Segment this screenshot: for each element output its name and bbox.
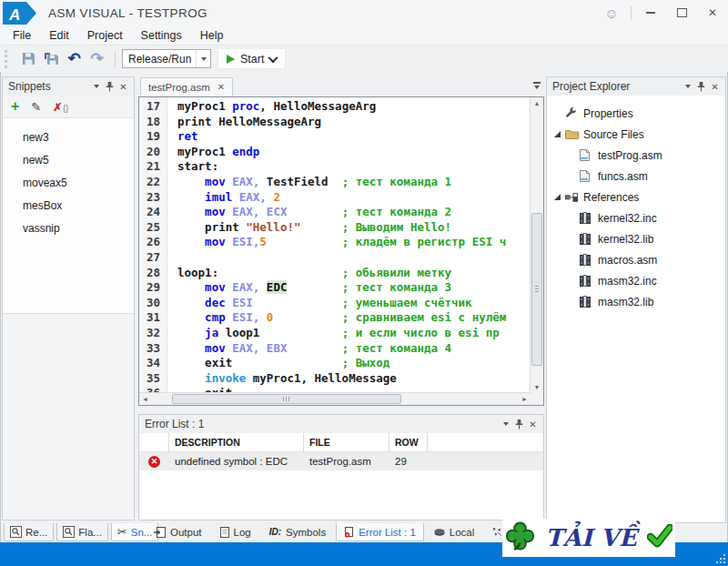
snippet-item-new5[interactable]: new5 <box>3 148 134 171</box>
column-header-filler <box>428 433 543 451</box>
column-header-row[interactable]: ROW <box>389 433 428 451</box>
close-icon[interactable]: ✕ <box>526 418 540 430</box>
tree-item-properties[interactable]: Properties <box>547 103 725 124</box>
tree-item-testprog-asm[interactable]: asmtestProg.asm <box>547 145 725 166</box>
line-number: 25 <box>139 220 167 236</box>
horizontal-scrollbar[interactable]: ◄ ► <box>139 392 531 405</box>
menu-project[interactable]: Project <box>78 29 132 42</box>
start-button[interactable]: Start <box>217 48 286 69</box>
chevron-down-icon[interactable] <box>681 80 694 93</box>
horizontal-scroll-thumb[interactable] <box>172 394 401 404</box>
chevron-down-icon[interactable] <box>89 80 103 93</box>
tab-re[interactable]: Re... <box>4 523 54 541</box>
save-all-button[interactable] <box>40 49 63 69</box>
save-icon <box>22 52 35 66</box>
tab-log[interactable]: Log <box>212 523 259 541</box>
close-tab-icon[interactable]: ✕ <box>217 82 225 92</box>
tree-item-funcs-asm[interactable]: asmfuncs.asm <box>547 166 725 187</box>
minimize-button[interactable] <box>635 2 666 24</box>
tree-item-label: masm32.lib <box>598 296 653 308</box>
close-icon[interactable]: ✕ <box>708 80 722 93</box>
redo-icon: ↷ <box>90 51 103 66</box>
code-area[interactable]: 17myProc1 proc, HelloMessageArg18print H… <box>139 97 531 393</box>
maximize-button[interactable] <box>666 2 697 24</box>
scroll-up-icon[interactable]: ▲ <box>531 97 543 109</box>
smiley-icon[interactable]: ☺ <box>596 2 627 24</box>
tree-arrow-slot <box>567 212 580 225</box>
code-line: 24 mov EAX, ECX ; тест команда 2 <box>139 205 531 220</box>
line-number: 21 <box>139 159 167 175</box>
save-button[interactable] <box>17 49 40 69</box>
snippet-item-mesbox[interactable]: mesBox <box>3 194 134 217</box>
tab-symbols[interactable]: ID:Symbols <box>261 523 334 541</box>
close-button[interactable]: ✕ <box>697 2 728 24</box>
chevron-down-icon[interactable] <box>499 418 512 430</box>
code-text: ja loop1 ; и если число в esi пр <box>167 326 500 341</box>
tab-overflow-icon[interactable] <box>533 82 541 89</box>
expanded-arrow-icon[interactable] <box>552 128 565 141</box>
tree-item-macros-asm[interactable]: macros.asm <box>547 249 725 270</box>
redo-button[interactable]: ↷ <box>86 49 108 69</box>
column-header-description[interactable]: DESCRIPTION <box>169 433 304 451</box>
vertical-scroll-thumb[interactable] <box>531 213 542 366</box>
tree-item-masm32-lib[interactable]: masm32.lib <box>547 291 725 312</box>
tree-item-source-files[interactable]: Source Files <box>547 124 725 145</box>
tab-output[interactable]: Output <box>146 523 210 541</box>
toolbar-grip[interactable] <box>5 50 10 68</box>
menu-settings[interactable]: Settings <box>132 29 191 42</box>
app-window: A ASM VISUAL - TESTPROG ☺ ✕ File Edit Pr… <box>0 0 728 566</box>
code-editor[interactable]: 17myProc1 proc, HelloMessageArg18print H… <box>138 96 544 406</box>
pencil-icon: ✎ <box>31 100 41 114</box>
expanded-arrow-icon[interactable] <box>552 191 565 204</box>
pin-icon[interactable] <box>103 80 116 93</box>
tree-item-references[interactable]: References <box>547 187 725 207</box>
snippet-item-vassnip[interactable]: vassnip <box>3 217 134 239</box>
error-file: testProg.asm <box>304 452 389 470</box>
tab-local[interactable]: Local <box>426 523 483 541</box>
references-icon <box>565 193 581 202</box>
code-text: mov EAX, ECX ; тест команда 2 <box>167 205 451 220</box>
close-icon[interactable]: ✕ <box>116 80 130 93</box>
scroll-left-icon[interactable]: ◄ <box>139 393 151 405</box>
scroll-right-icon[interactable]: ► <box>519 393 531 405</box>
code-text: dec ESI ; уменьшаем счётчик <box>167 296 472 311</box>
pin-icon[interactable] <box>694 80 708 93</box>
snippet-item-moveax5[interactable]: moveax5 <box>3 171 134 194</box>
menu-edit[interactable]: Edit <box>40 29 78 42</box>
column-header-file[interactable]: FILE <box>304 433 389 451</box>
tree-arrow-slot <box>567 296 580 308</box>
local-icon <box>434 528 445 537</box>
tree-item-kernel32-lib[interactable]: kernel32.lib <box>547 228 725 249</box>
delete-snippet-button[interactable]: ✗{} <box>53 98 68 115</box>
menu-help[interactable]: Help <box>191 29 233 42</box>
tree-item-label: macros.asm <box>598 254 657 267</box>
pin-icon[interactable] <box>512 418 526 430</box>
error-row[interactable]: ✕undefined symbol : EDCtestProg.asm29 <box>139 452 543 470</box>
tab-testprog-asm[interactable]: testProg.asm ✕ <box>140 77 233 96</box>
tab-error-list-1[interactable]: Error List : 1 <box>336 523 424 541</box>
line-number: 30 <box>139 296 167 311</box>
edit-snippet-button[interactable]: ✎ <box>31 98 41 115</box>
line-number: 18 <box>139 115 167 130</box>
code-line: 33 mov EAX, EBX ; тест команда 4 <box>139 341 531 357</box>
vertical-scrollbar[interactable]: ▲ ▼ <box>530 97 543 393</box>
tree-item-kernel32-inc[interactable]: kernel32.inc <box>547 207 725 228</box>
error-table-header: DESCRIPTIONFILEROW <box>139 433 543 452</box>
undo-button[interactable]: ↶ <box>63 49 86 69</box>
code-line: 27 <box>139 250 531 266</box>
tab-fla[interactable]: Fla... <box>56 523 108 541</box>
add-snippet-button[interactable]: + <box>11 98 19 115</box>
line-number: 26 <box>139 235 167 250</box>
error-list-header: Error List : 1 ✕ <box>139 415 543 433</box>
svg-text:A: A <box>8 5 20 23</box>
build-config-dropdown[interactable]: Release/Run <box>122 49 211 68</box>
menu-file[interactable]: File <box>4 29 40 42</box>
chevron-down-icon[interactable] <box>268 52 278 62</box>
chevron-down-icon[interactable] <box>196 50 210 67</box>
tree-arrow-slot <box>567 233 580 246</box>
resize-grip-icon[interactable] <box>715 553 726 564</box>
code-text: mov EAX, TestField ; тест команда 1 <box>167 175 451 190</box>
snippet-item-new3[interactable]: new3 <box>3 126 134 148</box>
tree-item-masm32-inc[interactable]: masm32.inc <box>547 270 725 291</box>
scroll-down-icon[interactable]: ▼ <box>531 381 543 393</box>
